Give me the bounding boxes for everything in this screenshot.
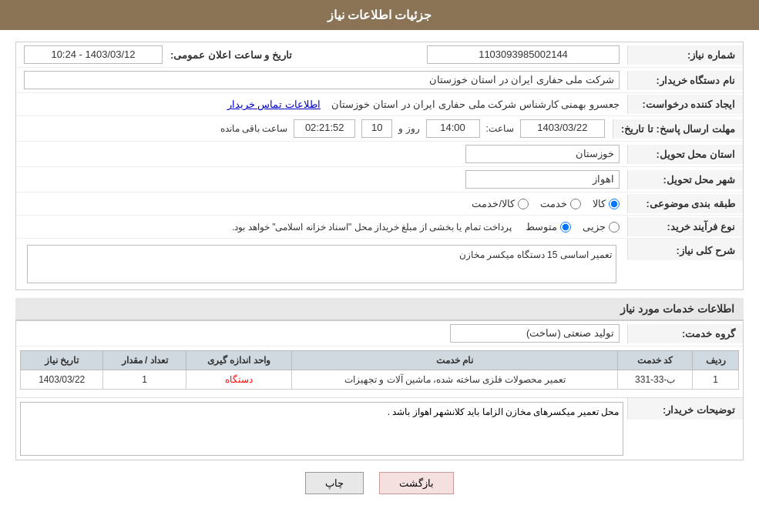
buyer-desc-textarea — [20, 402, 623, 456]
group-value: تولید صنعتی (ساخت) — [450, 324, 620, 343]
category-options: کالا خدمت کالا/خدمت — [16, 194, 627, 213]
services-table-container: ردیف کد خدمت نام خدمت واحد اندازه گیری ت… — [16, 346, 743, 393]
col-header-name: نام خدمت — [292, 351, 618, 370]
deadline-date: 1403/03/22 — [520, 119, 605, 138]
category-label-kala-khedmat: کالا/خدمت — [472, 198, 515, 209]
process-radio-motavasset[interactable] — [560, 222, 571, 233]
deadline-row: مهلت ارسال پاسخ: تا تاریخ: 1403/03/22 سا… — [16, 116, 743, 142]
description-value-container: تعمیر اساسی 15 دستگاه میکسر مخازن — [16, 239, 627, 289]
cell-count: 1 — [103, 370, 186, 390]
buyer-desc-label: توضیحات خریدار: — [627, 398, 743, 420]
deadline-time-label: ساعت: — [486, 123, 514, 134]
deadline-day-label: روز و — [398, 123, 419, 134]
deadline-fields: 1403/03/22 ساعت: 14:00 روز و 10 02:21:52… — [16, 116, 613, 141]
buyer-value-container: شرکت ملی حفاری ایران در استان خوزستان — [16, 68, 627, 92]
creator-value: جعسرو بهمنی کارشناس شرکت ملی حفاری ایران… — [331, 99, 620, 110]
process-row: نوع فرآیند خرید: جزیی متوسط پرداخت تمام … — [16, 216, 743, 239]
category-radio-khedmat[interactable] — [570, 199, 581, 209]
back-button[interactable]: بازگشت — [379, 472, 454, 494]
col-header-unit: واحد اندازه گیری — [186, 351, 292, 370]
buyer-desc-row: توضیحات خریدار: — [16, 397, 743, 460]
buyer-desc-value-container — [16, 398, 627, 460]
category-option-khedmat: خدمت — [540, 198, 581, 209]
public-date-value: 1403/03/12 - 10:24 — [24, 45, 163, 64]
category-option-kala-khedmat: کالا/خدمت — [472, 198, 529, 209]
process-options: جزیی متوسط — [518, 217, 627, 236]
form-section-top: شماره نیاز: 1103093985002144 تاریخ و ساع… — [15, 42, 744, 290]
button-row: بازگشت چاپ — [15, 472, 744, 494]
deadline-time: 14:00 — [426, 119, 480, 138]
page-header: جزئیات اطلاعات نیاز — [0, 0, 759, 30]
category-radio-kala[interactable] — [609, 199, 620, 209]
city-label: شهر محل تحویل: — [627, 170, 743, 189]
services-section-title: اطلاعات خدمات مورد نیاز — [15, 298, 744, 320]
main-form: شماره نیاز: 1103093985002144 تاریخ و ساع… — [15, 42, 744, 494]
buyer-row: نام دستگاه خریدار: شرکت ملی حفاری ایران … — [16, 68, 743, 93]
page-wrapper: جزئیات اطلاعات نیاز شماره نیاز: 11030939… — [0, 0, 759, 532]
creator-value-container: جعسرو بهمنی کارشناس شرکت ملی حفاری ایران… — [16, 95, 627, 113]
process-radio-jozi[interactable] — [609, 222, 620, 233]
process-option-jozi: جزیی — [583, 221, 620, 233]
category-row: طبقه بندی موضوعی: کالا خدمت کالا/خدمت — [16, 192, 743, 216]
process-label-motavasset: متوسط — [526, 221, 557, 233]
col-header-count: تعداد / مقدار — [103, 351, 186, 370]
public-date-label: تاریخ و ساعت اعلان عمومی: — [163, 49, 300, 61]
city-value: اهواز — [465, 170, 620, 189]
process-label-jozi: جزیی — [583, 221, 606, 233]
number-row: شماره نیاز: 1103093985002144 تاریخ و ساع… — [16, 42, 743, 68]
description-row: شرح کلی نیاز: تعمیر اساسی 15 دستگاه میکس… — [16, 239, 743, 289]
group-value-container: تولید صنعتی (ساخت) — [16, 321, 627, 346]
services-form: گروه خدمت: تولید صنعتی (ساخت) ردیف کد خد… — [15, 320, 744, 460]
creator-row: ایجاد کننده درخواست: جعسرو بهمنی کارشناس… — [16, 93, 743, 116]
category-label-khedmat: خدمت — [540, 198, 567, 209]
province-label: استان محل تحویل: — [627, 145, 743, 164]
print-button[interactable]: چاپ — [305, 472, 364, 494]
col-header-row: ردیف — [693, 351, 739, 370]
process-label: نوع فرآیند خرید: — [627, 217, 743, 236]
cell-code: ب-33-331 — [618, 370, 693, 390]
province-value-container: خوزستان — [16, 142, 627, 166]
description-label: شرح کلی نیاز: — [627, 239, 743, 260]
table-header-row: ردیف کد خدمت نام خدمت واحد اندازه گیری ت… — [21, 351, 739, 370]
col-header-date: تاریخ نیاز — [21, 351, 103, 370]
buyer-label: نام دستگاه خریدار: — [627, 71, 743, 90]
process-option-motavasset: متوسط — [526, 221, 571, 233]
cell-date: 1403/03/22 — [21, 370, 103, 390]
category-label-kala: کالا — [593, 198, 606, 209]
cell-row: 1 — [693, 370, 739, 390]
main-content: شماره نیاز: 1103093985002144 تاریخ و ساع… — [0, 30, 759, 517]
buyer-value: شرکت ملی حفاری ایران در استان خوزستان — [24, 71, 620, 89]
city-row: شهر محل تحویل: اهواز — [16, 167, 743, 192]
description-value: تعمیر اساسی 15 دستگاه میکسر مخازن — [27, 245, 616, 283]
page-title: جزئیات اطلاعات نیاز — [327, 8, 432, 22]
cell-name: تعمیر محصولات فلزی ساخته شده، ماشین آلات… — [292, 370, 618, 390]
deadline-label: مهلت ارسال پاسخ: تا تاریخ: — [613, 119, 743, 139]
cell-unit: دستگاه — [186, 370, 292, 390]
process-text: پرداخت تمام یا بخشی از مبلغ خریداز محل "… — [226, 219, 518, 236]
deadline-remaining-label: ساعت باقی مانده — [220, 123, 288, 134]
group-row: گروه خدمت: تولید صنعتی (ساخت) — [16, 321, 743, 346]
province-row: استان محل تحویل: خوزستان — [16, 142, 743, 167]
number-value-container: 1103093985002144 — [300, 42, 627, 67]
city-value-container: اهواز — [16, 167, 627, 192]
category-label: طبقه بندی موضوعی: — [627, 194, 743, 213]
deadline-days: 10 — [361, 119, 392, 138]
creator-label: ایجاد کننده درخواست: — [627, 95, 743, 114]
group-label: گروه خدمت: — [627, 324, 743, 343]
table-row: 1ب-33-331تعمیر محصولات فلزی ساخته شده، م… — [21, 370, 739, 390]
category-option-kala: کالا — [593, 198, 620, 209]
category-radio-kala-khedmat[interactable] — [518, 199, 529, 209]
number-label: شماره نیاز: — [627, 45, 743, 65]
province-value: خوزستان — [465, 145, 620, 163]
col-header-code: کد خدمت — [618, 351, 693, 370]
number-value: 1103093985002144 — [427, 45, 620, 64]
services-table: ردیف کد خدمت نام خدمت واحد اندازه گیری ت… — [20, 350, 739, 390]
creator-link[interactable]: اطلاعات تماس خریدار — [227, 99, 321, 110]
deadline-remaining: 02:21:52 — [294, 119, 355, 138]
